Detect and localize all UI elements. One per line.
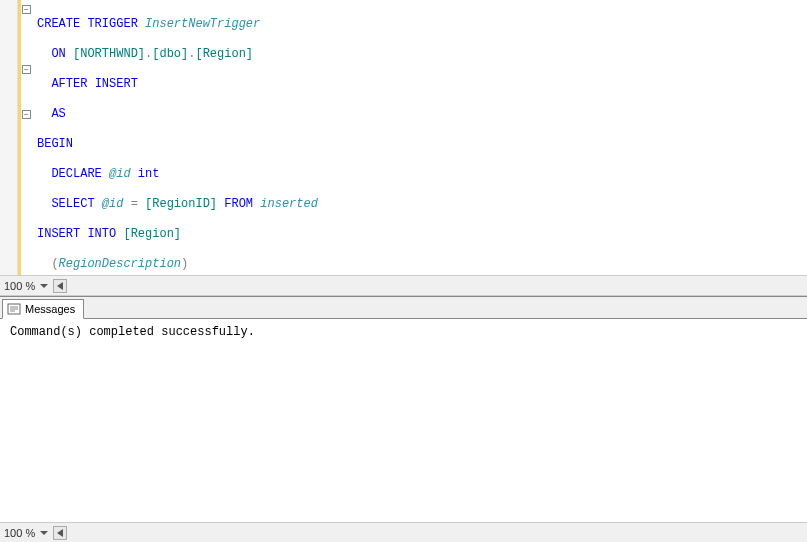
line-gutter xyxy=(0,0,18,275)
kw-on: ON xyxy=(51,47,65,61)
kw-into: INTO xyxy=(87,227,116,241)
messages-tab[interactable]: Messages xyxy=(2,299,84,319)
fold-toggle[interactable]: − xyxy=(22,110,31,119)
messages-icon xyxy=(7,302,21,316)
paren-open: ( xyxy=(51,257,58,271)
col-regiondesc: RegionDescription xyxy=(59,257,181,271)
kw-insert: INSERT xyxy=(37,227,80,241)
scroll-left-button[interactable] xyxy=(53,279,67,293)
kw-as: AS xyxy=(51,107,65,121)
zoom-dropdown[interactable] xyxy=(39,279,49,293)
schema-name: [dbo] xyxy=(152,47,188,61)
editor-zoom-bar: 100 % xyxy=(0,275,807,295)
results-zoom-bar: 100 % xyxy=(0,522,807,542)
table-region: [Region] xyxy=(123,227,181,241)
zoom-dropdown[interactable] xyxy=(39,526,49,540)
message-text: Command(s) completed successfully. xyxy=(10,325,797,339)
var-id: @id xyxy=(102,197,124,211)
inserted-table: inserted xyxy=(260,197,318,211)
var-id: @id xyxy=(109,167,131,181)
results-pane: Messages Command(s) completed successful… xyxy=(0,296,807,542)
table-name: [Region] xyxy=(195,47,253,61)
messages-output[interactable]: Command(s) completed successfully. xyxy=(0,319,807,522)
db-name: [NORTHWND] xyxy=(73,47,145,61)
scroll-left-button[interactable] xyxy=(53,526,67,540)
kw-create: CREATE xyxy=(37,17,80,31)
kw-begin: BEGIN xyxy=(37,137,73,151)
type-int: int xyxy=(138,167,160,181)
kw-insert: INSERT xyxy=(95,77,138,91)
tab-label: Messages xyxy=(25,303,75,315)
sql-editor-pane: − − − CREATE TRIGGER InsertNewTrigger ON… xyxy=(0,0,807,296)
kw-trigger: TRIGGER xyxy=(87,17,137,31)
zoom-value: 100 % xyxy=(4,527,35,539)
op-eq: = xyxy=(131,197,138,211)
kw-select: SELECT xyxy=(51,197,94,211)
paren-close: ) xyxy=(181,257,188,271)
fold-gutter: − − − xyxy=(21,0,33,275)
col-regionid: [RegionID] xyxy=(145,197,217,211)
trigger-name: InsertNewTrigger xyxy=(145,17,260,31)
code-container: − − − CREATE TRIGGER InsertNewTrigger ON… xyxy=(0,0,807,275)
zoom-value: 100 % xyxy=(4,280,35,292)
fold-toggle[interactable]: − xyxy=(22,65,31,74)
results-tab-strip: Messages xyxy=(0,297,807,319)
kw-after: AFTER xyxy=(51,77,87,91)
kw-declare: DECLARE xyxy=(51,167,101,181)
fold-toggle[interactable]: − xyxy=(22,5,31,14)
kw-from: FROM xyxy=(224,197,253,211)
sql-code-editor[interactable]: CREATE TRIGGER InsertNewTrigger ON [NORT… xyxy=(33,0,807,275)
